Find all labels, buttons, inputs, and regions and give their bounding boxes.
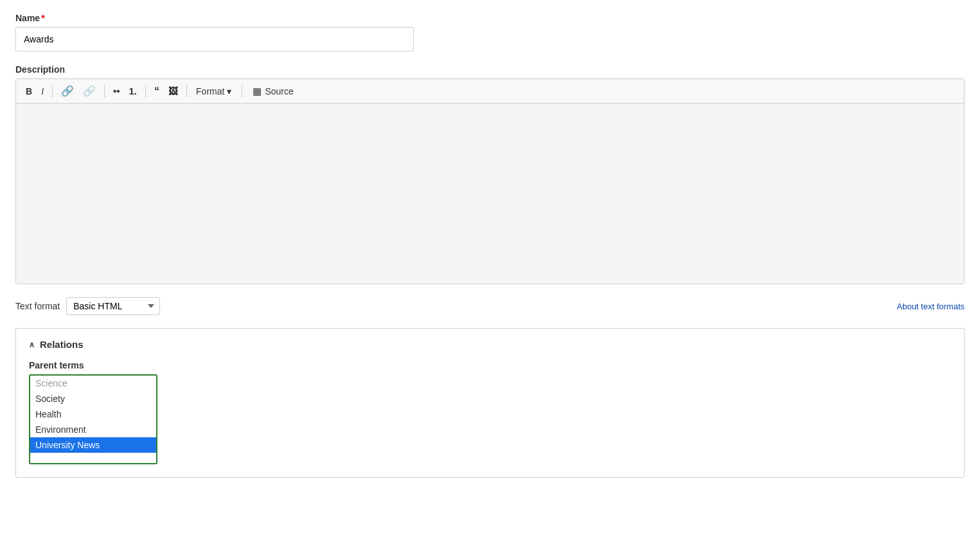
description-label: Description: [15, 64, 965, 75]
relations-title: Relations: [40, 339, 84, 350]
parent-terms-group: Parent terms Science Society Health Envi…: [29, 360, 951, 464]
italic-button[interactable]: I: [38, 84, 47, 98]
source-button[interactable]: ▦ Source: [249, 84, 297, 99]
editor-toolbar: B I 🔗 🔗 •• 1. “ 🖼 Format ▾ ▦ Source: [16, 79, 964, 104]
editor-content-area[interactable]: [16, 104, 964, 284]
about-text-formats-link[interactable]: About text formats: [897, 302, 965, 311]
bullet-list-button[interactable]: ••: [110, 84, 123, 98]
list-item[interactable]: Health: [30, 406, 156, 422]
text-format-row: Text format Basic HTML Full HTML Plain t…: [15, 297, 965, 315]
rich-text-editor: B I 🔗 🔗 •• 1. “ 🖼 Format ▾ ▦ Source: [15, 78, 965, 284]
parent-terms-label: Parent terms: [29, 360, 951, 370]
blockquote-button[interactable]: “: [151, 84, 163, 99]
separator-1: [52, 85, 53, 98]
separator-3: [145, 85, 146, 98]
parent-terms-listbox[interactable]: Science Society Health Environment Unive…: [29, 374, 157, 464]
list-item[interactable]: Science: [30, 376, 156, 391]
format-dropdown-button[interactable]: Format ▾: [192, 84, 235, 98]
separator-5: [242, 85, 242, 98]
separator-2: [104, 85, 105, 98]
description-field-group: Description B I 🔗 🔗 •• 1. “ 🖼 Format ▾ ▦…: [15, 64, 965, 284]
chevron-up-icon: ∧: [29, 340, 35, 349]
name-label: Name*: [15, 13, 965, 23]
image-button[interactable]: 🖼: [165, 84, 181, 98]
separator-4: [186, 85, 187, 98]
text-format-label: Text format: [15, 301, 60, 311]
relations-section: ∧ Relations Parent terms Science Society…: [15, 328, 965, 478]
text-format-left: Text format Basic HTML Full HTML Plain t…: [15, 297, 160, 315]
format-dropdown-arrow: ▾: [227, 86, 231, 96]
name-input[interactable]: [15, 27, 414, 51]
list-item[interactable]: Environment: [30, 422, 156, 437]
bold-button[interactable]: B: [22, 84, 35, 98]
relations-collapse-toggle[interactable]: ∧ Relations: [29, 339, 951, 350]
name-field-group: Name*: [15, 13, 965, 51]
list-item[interactable]: University News: [30, 437, 156, 453]
unlink-button[interactable]: 🔗: [80, 83, 99, 99]
link-button[interactable]: 🔗: [58, 83, 77, 99]
ordered-list-button[interactable]: 1.: [126, 84, 141, 98]
format-label: Format: [196, 86, 224, 96]
required-indicator: *: [41, 13, 44, 23]
source-label: Source: [265, 86, 293, 96]
text-format-select[interactable]: Basic HTML Full HTML Plain text Restrict…: [66, 297, 160, 315]
source-icon: ▦: [253, 86, 262, 97]
list-item[interactable]: Society: [30, 391, 156, 406]
